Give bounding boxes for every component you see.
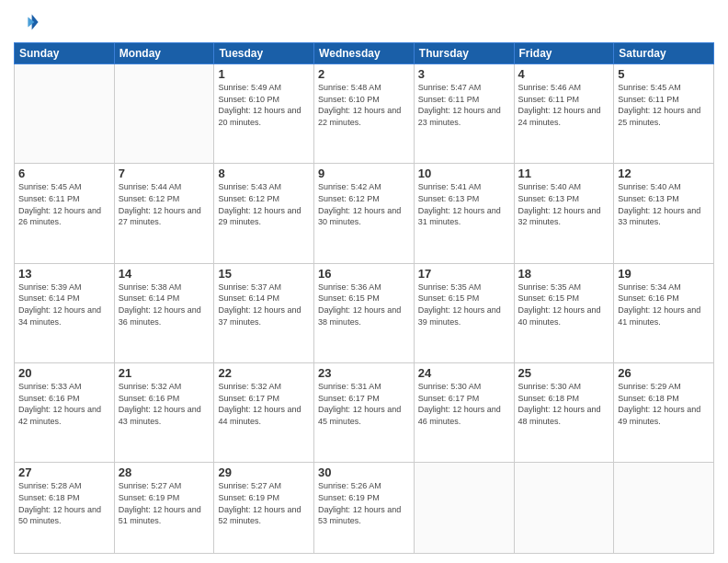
day-cell: 16Sunrise: 5:36 AM Sunset: 6:15 PM Dayli… (314, 263, 415, 362)
day-info: Sunrise: 5:33 AM Sunset: 6:16 PM Dayligh… (18, 381, 110, 427)
day-number: 18 (518, 267, 610, 281)
day-number: 29 (218, 465, 310, 479)
calendar-header: SundayMondayTuesdayWednesdayThursdayFrid… (15, 43, 714, 64)
page: SundayMondayTuesdayWednesdayThursdayFrid… (0, 0, 728, 563)
day-cell: 6Sunrise: 5:45 AM Sunset: 6:11 PM Daylig… (15, 164, 115, 263)
day-number: 1 (218, 67, 310, 81)
day-header-thursday: Thursday (414, 43, 514, 64)
day-cell: 19Sunrise: 5:34 AM Sunset: 6:16 PM Dayli… (614, 263, 714, 362)
day-info: Sunrise: 5:45 AM Sunset: 6:11 PM Dayligh… (18, 181, 110, 227)
day-cell: 18Sunrise: 5:35 AM Sunset: 6:15 PM Dayli… (514, 263, 614, 362)
day-cell: 17Sunrise: 5:35 AM Sunset: 6:15 PM Dayli… (414, 263, 514, 362)
day-header-friday: Friday (514, 43, 614, 64)
day-info: Sunrise: 5:37 AM Sunset: 6:14 PM Dayligh… (218, 282, 310, 327)
day-number: 2 (318, 67, 410, 81)
day-cell: 14Sunrise: 5:38 AM Sunset: 6:14 PM Dayli… (114, 263, 214, 362)
day-number: 9 (318, 167, 410, 180)
calendar-table: SundayMondayTuesdayWednesdayThursdayFrid… (14, 42, 714, 554)
day-info: Sunrise: 5:41 AM Sunset: 6:13 PM Dayligh… (418, 181, 510, 227)
day-cell: 22Sunrise: 5:32 AM Sunset: 6:17 PM Dayli… (214, 363, 314, 463)
day-cell (614, 463, 714, 554)
day-number: 13 (18, 267, 110, 281)
logo (14, 9, 43, 35)
day-number: 14 (119, 267, 210, 281)
day-info: Sunrise: 5:29 AM Sunset: 6:18 PM Dayligh… (618, 381, 710, 427)
day-number: 11 (518, 167, 610, 180)
day-info: Sunrise: 5:34 AM Sunset: 6:16 PM Dayligh… (618, 282, 710, 327)
day-cell: 12Sunrise: 5:40 AM Sunset: 6:13 PM Dayli… (614, 164, 714, 263)
day-info: Sunrise: 5:38 AM Sunset: 6:14 PM Dayligh… (119, 282, 210, 327)
day-number: 10 (418, 167, 510, 180)
day-info: Sunrise: 5:27 AM Sunset: 6:19 PM Dayligh… (218, 480, 310, 526)
day-info: Sunrise: 5:42 AM Sunset: 6:12 PM Dayligh… (318, 181, 410, 227)
day-cell: 10Sunrise: 5:41 AM Sunset: 6:13 PM Dayli… (414, 164, 514, 263)
day-number: 19 (618, 267, 710, 281)
week-row-2: 13Sunrise: 5:39 AM Sunset: 6:14 PM Dayli… (15, 263, 714, 362)
calendar-body: 1Sunrise: 5:49 AM Sunset: 6:10 PM Daylig… (15, 64, 714, 554)
day-cell: 13Sunrise: 5:39 AM Sunset: 6:14 PM Dayli… (15, 263, 115, 362)
day-info: Sunrise: 5:39 AM Sunset: 6:14 PM Dayligh… (18, 282, 110, 327)
day-info: Sunrise: 5:28 AM Sunset: 6:18 PM Dayligh… (18, 480, 110, 526)
day-info: Sunrise: 5:48 AM Sunset: 6:10 PM Dayligh… (318, 82, 410, 128)
day-number: 20 (18, 366, 110, 380)
day-info: Sunrise: 5:32 AM Sunset: 6:17 PM Dayligh… (218, 381, 310, 427)
day-cell: 1Sunrise: 5:49 AM Sunset: 6:10 PM Daylig… (214, 64, 314, 164)
day-header-monday: Monday (114, 43, 214, 64)
day-header-tuesday: Tuesday (214, 43, 314, 64)
day-header-sunday: Sunday (15, 43, 115, 64)
week-row-3: 20Sunrise: 5:33 AM Sunset: 6:16 PM Dayli… (15, 363, 714, 463)
day-number: 8 (218, 167, 310, 180)
day-cell: 30Sunrise: 5:26 AM Sunset: 6:19 PM Dayli… (314, 463, 415, 554)
day-cell: 29Sunrise: 5:27 AM Sunset: 6:19 PM Dayli… (214, 463, 314, 554)
day-number: 21 (119, 366, 210, 380)
day-info: Sunrise: 5:46 AM Sunset: 6:11 PM Dayligh… (518, 82, 610, 128)
day-cell (15, 64, 115, 164)
day-cell: 15Sunrise: 5:37 AM Sunset: 6:14 PM Dayli… (214, 263, 314, 362)
day-cell (414, 463, 514, 554)
day-cell: 7Sunrise: 5:44 AM Sunset: 6:12 PM Daylig… (114, 164, 214, 263)
day-number: 28 (119, 465, 210, 479)
day-cell: 9Sunrise: 5:42 AM Sunset: 6:12 PM Daylig… (314, 164, 415, 263)
day-header-saturday: Saturday (614, 43, 714, 64)
week-row-4: 27Sunrise: 5:28 AM Sunset: 6:18 PM Dayli… (15, 463, 714, 554)
day-number: 24 (418, 366, 510, 380)
day-info: Sunrise: 5:43 AM Sunset: 6:12 PM Dayligh… (218, 181, 310, 227)
day-info: Sunrise: 5:49 AM Sunset: 6:10 PM Dayligh… (218, 82, 310, 128)
header-row: SundayMondayTuesdayWednesdayThursdayFrid… (15, 43, 714, 64)
day-number: 4 (518, 67, 610, 81)
day-info: Sunrise: 5:30 AM Sunset: 6:18 PM Dayligh… (518, 381, 610, 427)
day-info: Sunrise: 5:45 AM Sunset: 6:11 PM Dayligh… (618, 82, 710, 128)
day-number: 3 (418, 67, 510, 81)
day-number: 5 (618, 67, 710, 81)
day-cell: 20Sunrise: 5:33 AM Sunset: 6:16 PM Dayli… (15, 363, 115, 463)
day-cell (114, 64, 214, 164)
day-number: 30 (318, 465, 410, 479)
day-cell: 3Sunrise: 5:47 AM Sunset: 6:11 PM Daylig… (414, 64, 514, 164)
day-info: Sunrise: 5:35 AM Sunset: 6:15 PM Dayligh… (418, 282, 510, 327)
day-number: 15 (218, 267, 310, 281)
day-number: 27 (18, 465, 110, 479)
day-cell: 5Sunrise: 5:45 AM Sunset: 6:11 PM Daylig… (614, 64, 714, 164)
day-cell: 26Sunrise: 5:29 AM Sunset: 6:18 PM Dayli… (614, 363, 714, 463)
day-info: Sunrise: 5:26 AM Sunset: 6:19 PM Dayligh… (318, 480, 410, 526)
day-info: Sunrise: 5:31 AM Sunset: 6:17 PM Dayligh… (318, 381, 410, 427)
day-cell: 23Sunrise: 5:31 AM Sunset: 6:17 PM Dayli… (314, 363, 415, 463)
day-info: Sunrise: 5:30 AM Sunset: 6:17 PM Dayligh… (418, 381, 510, 427)
week-row-1: 6Sunrise: 5:45 AM Sunset: 6:11 PM Daylig… (15, 164, 714, 263)
day-number: 23 (318, 366, 410, 380)
day-info: Sunrise: 5:32 AM Sunset: 6:16 PM Dayligh… (119, 381, 210, 427)
day-info: Sunrise: 5:40 AM Sunset: 6:13 PM Dayligh… (618, 181, 710, 227)
day-cell (514, 463, 614, 554)
week-row-0: 1Sunrise: 5:49 AM Sunset: 6:10 PM Daylig… (15, 64, 714, 164)
day-cell: 4Sunrise: 5:46 AM Sunset: 6:11 PM Daylig… (514, 64, 614, 164)
day-cell: 21Sunrise: 5:32 AM Sunset: 6:16 PM Dayli… (114, 363, 214, 463)
day-info: Sunrise: 5:44 AM Sunset: 6:12 PM Dayligh… (119, 181, 210, 227)
day-info: Sunrise: 5:27 AM Sunset: 6:19 PM Dayligh… (119, 480, 210, 526)
day-number: 25 (518, 366, 610, 380)
day-cell: 8Sunrise: 5:43 AM Sunset: 6:12 PM Daylig… (214, 164, 314, 263)
day-cell: 27Sunrise: 5:28 AM Sunset: 6:18 PM Dayli… (15, 463, 115, 554)
day-cell: 25Sunrise: 5:30 AM Sunset: 6:18 PM Dayli… (514, 363, 614, 463)
day-number: 17 (418, 267, 510, 281)
header (14, 9, 714, 35)
day-info: Sunrise: 5:36 AM Sunset: 6:15 PM Dayligh… (318, 282, 410, 327)
